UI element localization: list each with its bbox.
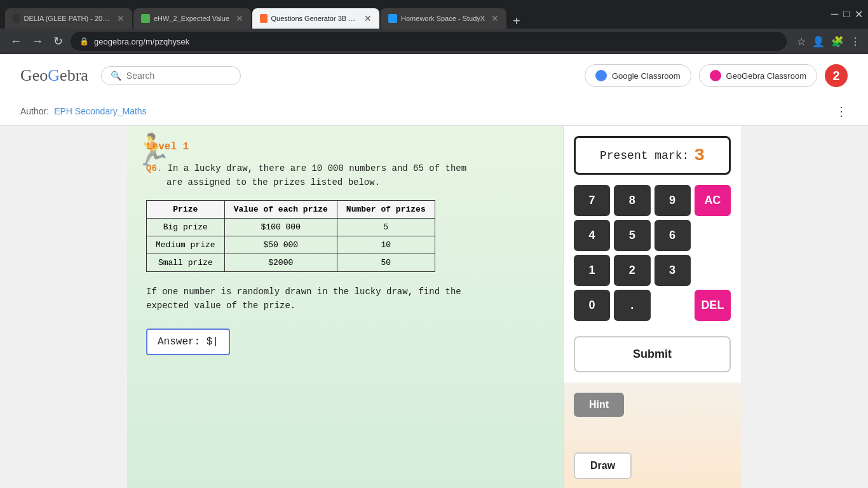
present-mark-label: Present mark: — [600, 149, 689, 162]
submit-button[interactable]: Submit — [574, 336, 731, 372]
close-tab-ehw[interactable]: ✕ — [236, 13, 243, 24]
prize-count-0: 5 — [337, 218, 435, 236]
prize-count-2: 50 — [337, 254, 435, 271]
calc-grid: 7 8 9 AC 4 5 6 1 2 3 0 . DEL — [574, 185, 731, 321]
prize-value-0: $100 000 — [224, 218, 337, 236]
lock-icon: 🔒 — [79, 37, 89, 46]
calc-empty-2 — [695, 255, 731, 286]
header-right: Google Classroom GeoGebra Classroom 2 — [585, 64, 848, 87]
calc-btn-7[interactable]: 7 — [574, 185, 610, 216]
question-text: Q6. In a lucky draw, there are 10 000 nu… — [146, 161, 544, 190]
answer-label: Answer: $ — [158, 336, 212, 348]
prize-name-2: Small prize — [147, 254, 225, 271]
calc-btn-8[interactable]: 8 — [614, 185, 650, 216]
calc-btn-9[interactable]: 9 — [654, 185, 691, 216]
calculator-panel: Present mark: 3 7 8 9 AC 4 5 6 1 2 3 — [563, 126, 741, 488]
question-text2: are assigned to the prizes listed below. — [166, 175, 544, 189]
close-tab-qg[interactable]: ✕ — [364, 13, 372, 24]
google-classroom-icon — [595, 70, 607, 81]
answer-field: Answer: $| — [146, 329, 544, 355]
calc-btn-0[interactable]: 0 — [574, 290, 610, 321]
toolbar-icons: ☆ 👤 🧩 ⋮ — [797, 36, 860, 48]
profile-icon[interactable]: 👤 — [812, 36, 825, 48]
author-link[interactable]: EPH Secondary_Maths — [54, 106, 147, 116]
calc-empty-1 — [695, 220, 731, 251]
main-content: 🏃 Level 1 Q6. In a lucky draw, there are… — [0, 126, 868, 488]
tab-qg[interactable]: Questions Generator 3B Ch11 1... ✕ — [252, 8, 379, 29]
present-mark-value: 3 — [694, 146, 705, 165]
calc-btn-del[interactable]: DEL — [695, 290, 731, 321]
calc-btn-2[interactable]: 2 — [614, 255, 650, 286]
calc-empty-3 — [654, 290, 691, 321]
calc-btn-3[interactable]: 3 — [654, 255, 691, 286]
tab-hw[interactable]: Homework Space - StudyX ✕ — [381, 8, 506, 29]
draw-button[interactable]: Draw — [574, 452, 632, 479]
address-bar: ← → ↻ 🔒 geogebra.org/m/pzqhysek ☆ 👤 🧩 ⋮ — [0, 29, 868, 54]
menu-icon[interactable]: ⋮ — [850, 36, 860, 48]
calc-btn-6[interactable]: 6 — [654, 220, 691, 251]
calc-btn-ac[interactable]: AC — [695, 185, 731, 216]
close-tab-hw[interactable]: ✕ — [491, 13, 499, 24]
gg-logo: GeoGebra — [20, 66, 88, 85]
calc-btn-5[interactable]: 5 — [614, 220, 650, 251]
level-label: Level 1 — [146, 141, 544, 152]
more-options-button[interactable]: ⋮ — [835, 104, 848, 119]
table-header-prize: Prize — [147, 200, 225, 218]
author-label: Author: — [20, 106, 49, 116]
running-figure: 🏃 — [133, 132, 172, 168]
logo-text-g-blue: G — [48, 66, 60, 85]
url-bar[interactable]: 🔒 geogebra.org/m/pzqhysek — [71, 32, 787, 51]
question-text1: In a lucky draw, there are 10 000 number… — [168, 163, 466, 173]
prize-value-1: $50 000 — [224, 236, 337, 254]
question-bottom1: If one number is randomly drawn in the l… — [146, 287, 461, 297]
minimize-button[interactable]: ─ — [831, 8, 838, 20]
tab-ehw[interactable]: eHW_2_Expected Value ✕ — [133, 8, 251, 29]
forward-button[interactable]: → — [29, 32, 46, 51]
prize-name-0: Big prize — [147, 218, 225, 236]
close-window-button[interactable]: ✕ — [855, 8, 863, 20]
prize-count-1: 10 — [337, 236, 435, 254]
maximize-button[interactable]: □ — [843, 8, 850, 20]
tab-bar: DELIA (GLEE PATH) - 2022-202... ✕ eHW_2_… — [5, 0, 526, 29]
calc-btn-4[interactable]: 4 — [574, 220, 610, 251]
table-row: Medium prize $50 000 10 — [147, 236, 435, 254]
logo-text-ebra: ebra — [60, 66, 88, 85]
hint-draw-section: Hint Draw — [564, 383, 741, 488]
new-tab-button[interactable]: + — [508, 14, 526, 29]
tab-glee[interactable]: DELIA (GLEE PATH) - 2022-202... ✕ — [5, 8, 132, 29]
hint-button[interactable]: Hint — [574, 393, 624, 417]
search-bar[interactable]: 🔍 — [101, 66, 241, 85]
geogebra-icon — [710, 70, 721, 81]
answer-box[interactable]: Answer: $| — [146, 329, 230, 355]
prize-table: Prize Value of each prize Number of priz… — [146, 200, 435, 272]
question-bottom-text: If one number is randomly drawn in the l… — [146, 285, 544, 313]
table-header-count: Number of prizes — [337, 200, 435, 218]
page-content: GeoGebra 🔍 Google Classroom GeoGebra Cla… — [0, 54, 868, 488]
question-bottom2: expected value of the prize. — [146, 301, 295, 311]
search-input[interactable] — [126, 71, 231, 81]
bookmark-icon[interactable]: ☆ — [797, 36, 806, 48]
geogebra-classroom-button[interactable]: GeoGebra Classroom — [699, 64, 817, 87]
close-tab-glee[interactable]: ✕ — [117, 13, 125, 24]
calc-btn-dot[interactable]: . — [614, 290, 650, 321]
search-icon: 🔍 — [111, 71, 121, 81]
logo-text-geo: Geo — [20, 66, 48, 85]
reload-button[interactable]: ↻ — [51, 32, 65, 51]
extensions-icon[interactable]: 🧩 — [831, 36, 844, 48]
gg-header: GeoGebra 🔍 Google Classroom GeoGebra Cla… — [0, 54, 868, 97]
sub-header: Author: EPH Secondary_Maths ⋮ — [0, 97, 868, 126]
url-text: geogebra.org/m/pzqhysek — [94, 37, 189, 46]
table-header-value: Value of each prize — [224, 200, 337, 218]
table-row: Small prize $2000 50 — [147, 254, 435, 271]
browser-chrome: DELIA (GLEE PATH) - 2022-202... ✕ eHW_2_… — [0, 0, 868, 29]
geogebra-classroom-label: GeoGebra Classroom — [726, 71, 806, 81]
prize-value-2: $2000 — [224, 254, 337, 271]
google-classroom-label: Google Classroom — [612, 71, 681, 81]
prize-name-1: Medium prize — [147, 236, 225, 254]
table-row: Big prize $100 000 5 — [147, 218, 435, 236]
question-panel: 🏃 Level 1 Q6. In a lucky draw, there are… — [127, 126, 563, 488]
calc-btn-1[interactable]: 1 — [574, 255, 610, 286]
user-avatar[interactable]: 2 — [825, 64, 848, 87]
back-button[interactable]: ← — [8, 32, 24, 51]
google-classroom-button[interactable]: Google Classroom — [585, 64, 691, 87]
